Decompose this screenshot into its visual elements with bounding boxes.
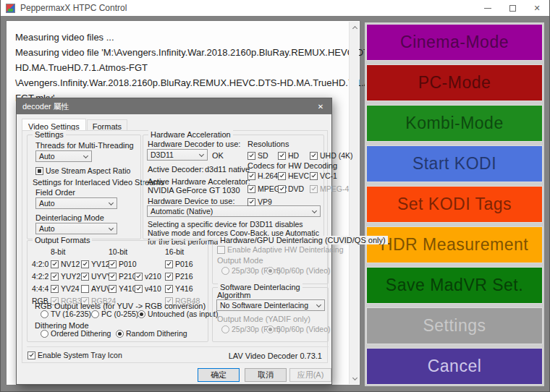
checkbox-p210[interactable]: P210 — [109, 272, 135, 281]
close-button[interactable]: ✕ — [525, 0, 549, 16]
checkbox-h-264[interactable]: H.264 — [248, 171, 278, 180]
sidebar-button-set-kodi-tags[interactable]: Set KODI Tags — [366, 186, 543, 223]
rgb-levels-radios: TV (16-235)PC (0-255)Untouched (as input… — [41, 310, 218, 318]
checkbox-box — [310, 185, 318, 193]
checkbox-yuy2[interactable]: YUY2 — [51, 272, 81, 281]
checkbox-ayuv[interactable]: AYUV — [81, 284, 109, 293]
deint-mode-label: Deinterlacing Mode — [35, 213, 104, 222]
checkbox-sd[interactable]: SD — [248, 151, 278, 160]
checkbox-mpeg-2[interactable]: MPEG-2 — [248, 184, 278, 193]
scroll-up-button[interactable] — [350, 22, 360, 33]
deint-mode-combobox[interactable]: Auto — [35, 223, 117, 234]
sidebar-button-cinema-mode[interactable]: Cinema-Mode — [366, 24, 543, 61]
radio-circle — [221, 325, 229, 333]
app-icon — [6, 4, 15, 13]
log-scrollbar[interactable] — [349, 22, 359, 384]
checkbox-use-stream-aspect-ratio[interactable]: Use Stream Aspect Ratio — [35, 166, 130, 175]
hw-decoder-combobox[interactable]: D3D11 — [147, 149, 208, 161]
group-label: Output Formats — [33, 236, 92, 244]
check-icon — [29, 352, 33, 357]
check-icon — [279, 186, 284, 191]
check-icon — [52, 273, 56, 278]
sidebar-button-hdr-measurement[interactable]: HDR Measurement — [366, 226, 543, 263]
checkbox-label: H.264 — [258, 171, 278, 180]
sidebar-button-cancel[interactable]: Cancel — [366, 348, 543, 385]
checkbox-vc-1[interactable]: VC-1 — [310, 171, 349, 180]
radio-circle — [138, 310, 145, 318]
minimize-button[interactable] — [475, 0, 500, 16]
checkbox-hevc[interactable]: HEVC — [278, 171, 310, 180]
column-header: 10-bit — [109, 247, 135, 256]
scroll-down-button[interactable] — [350, 373, 360, 384]
group-label: Hardware Acceleration — [148, 130, 233, 139]
checkbox-nv12[interactable]: NV12 — [51, 260, 81, 268]
checkbox-label: Use Stream Aspect Ratio — [46, 166, 130, 175]
radio-pc-0-255[interactable]: PC (0-255) — [91, 310, 138, 318]
log-line: Measuring video file 'M:\Avengers.Infini… — [15, 45, 342, 60]
radio-circle — [266, 325, 274, 333]
sidebar-button-kombi-mode[interactable]: Kombi-Mode — [366, 105, 543, 142]
resolutions-label: Resolutions — [248, 140, 289, 148]
radio-label: PC (0-255) — [101, 310, 138, 318]
checkbox-label: Y410 — [119, 284, 137, 293]
radio-dot — [118, 332, 122, 336]
checkbox-vp9[interactable]: VP9 — [248, 197, 278, 206]
check-icon — [249, 173, 253, 178]
sidebar-button-pc-mode[interactable]: PC-Mode — [366, 64, 543, 101]
sidebar-button-settings[interactable]: Settings — [366, 307, 543, 344]
checkbox-uyvy[interactable]: UYVY — [81, 272, 109, 281]
threads-combobox[interactable]: Auto — [35, 150, 92, 162]
radio-tv-16-235[interactable]: TV (16-235) — [41, 310, 91, 318]
hw-decoder-status: OK — [212, 151, 224, 160]
group-label: Hardware/GPU Deinterlacing (CUVID/QS onl… — [218, 236, 388, 244]
algorithm-value: No Software Deinterlacing — [220, 301, 308, 310]
checkbox-y416[interactable]: Y416 — [165, 284, 200, 293]
checkbox-label: YV12 — [91, 260, 110, 268]
checkbox-p016[interactable]: P016 — [165, 260, 200, 268]
checkbox-dvd[interactable]: DVD — [278, 184, 310, 193]
sidebar-button-start-kodi[interactable]: Start KODI — [366, 145, 543, 182]
ok-button[interactable]: 确定 — [198, 368, 240, 382]
sw-deint-algorithm-combobox[interactable]: No Software Deinterlacing — [216, 299, 325, 311]
check-icon — [110, 286, 114, 291]
checkbox-box — [278, 152, 286, 160]
radio-random-dithering[interactable]: Random Dithering — [116, 329, 187, 338]
check-icon — [52, 286, 56, 291]
checkbox-label: YV24 — [61, 284, 80, 293]
checkbox-v210[interactable]: v210 — [135, 272, 165, 281]
checkbox-box — [217, 246, 225, 254]
hw-device-combobox[interactable]: Automatic (Native) — [147, 205, 321, 217]
checkbox-uhd-4k[interactable]: UHD (4K) — [310, 151, 353, 160]
dithering-radios: Ordered DitheringRandom Dithering — [41, 329, 187, 338]
checkbox-yv12[interactable]: YV12 — [81, 260, 109, 268]
radio-label: Random Dithering — [126, 329, 187, 338]
sidebar-button-save-madvr-set[interactable]: Save MadVR Set. — [366, 267, 543, 304]
checkbox-yv24[interactable]: YV24 — [51, 284, 81, 293]
checkbox-p010[interactable]: P010 — [109, 260, 135, 268]
checkbox-label: v210 — [145, 272, 161, 281]
checkbox-v410[interactable]: v410 — [135, 284, 165, 293]
checkbox-box — [310, 172, 318, 180]
checkbox-hd[interactable]: HD — [278, 151, 310, 160]
checkbox-enable-system-tray-icon[interactable]: Enable System Tray Icon — [28, 351, 122, 359]
field-order-combobox[interactable]: Auto — [35, 197, 117, 209]
checkbox-label: HEVC — [288, 171, 309, 180]
dialog-close-button[interactable]: ✕ — [310, 98, 331, 114]
dialog-title: decoder 屬性 — [22, 101, 69, 112]
checkbox-y410[interactable]: Y410 — [109, 284, 135, 293]
cancel-button[interactable]: 取消 — [245, 368, 287, 382]
active-accel-label: Active Hardware Accelerator: — [148, 177, 250, 186]
radio-untouched-as-input[interactable]: Untouched (as input) — [138, 310, 218, 318]
check-icon — [166, 273, 171, 278]
checkbox-p216[interactable]: P216 — [165, 272, 200, 281]
sidebar-button-panel: Cinema-ModePC-ModeKombi-ModeStart KODISe… — [365, 22, 544, 386]
checkbox-label: SD — [258, 151, 268, 160]
sw-deint-mode-radios: 25p/30p (Film)50p/60p (Video) — [221, 325, 331, 333]
maximize-button[interactable] — [500, 0, 525, 16]
radio-dot — [268, 328, 272, 331]
sw-deinterlacing-group: Software Deinterlacing Algorithm No Soft… — [212, 287, 329, 342]
checkbox-box — [35, 167, 43, 175]
resolutions-checkboxes: SDHDUHD (4K) — [248, 151, 353, 160]
radio-ordered-dithering[interactable]: Ordered Dithering — [41, 329, 116, 338]
radio-circle — [266, 267, 274, 275]
